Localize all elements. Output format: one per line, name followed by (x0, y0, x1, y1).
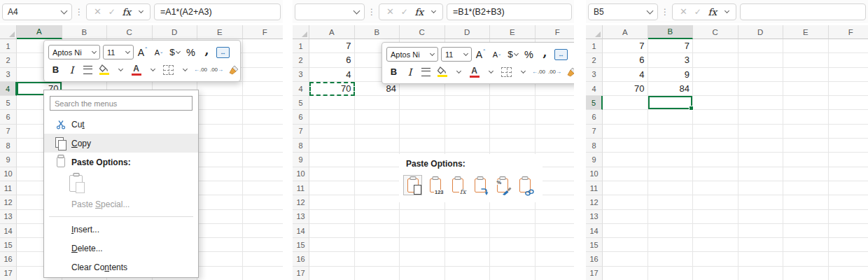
enter-icon[interactable]: ✓ (694, 8, 701, 16)
grid-cell-d13[interactable] (738, 210, 784, 224)
grid-cell-d2[interactable] (738, 53, 784, 67)
grid-cell-a8[interactable] (309, 139, 355, 153)
grid-cell-d11[interactable] (738, 181, 784, 195)
grid-cell-c14[interactable] (400, 224, 445, 238)
chevron-down-icon[interactable] (354, 7, 360, 14)
grid-cell-f17[interactable] (829, 267, 868, 280)
grid-cell-e7[interactable] (197, 125, 243, 139)
grid-cell-f14[interactable] (536, 224, 575, 238)
column-header-c[interactable]: C (693, 25, 738, 39)
borders-button[interactable] (499, 64, 514, 80)
grid-cell-e16[interactable] (197, 252, 243, 266)
row-header-14[interactable]: 14 (586, 224, 603, 238)
row-header-9[interactable]: 9 (586, 153, 603, 167)
column-header-d[interactable]: D (445, 25, 491, 39)
grid-cell-a6[interactable] (309, 110, 355, 124)
grid-cell-d5[interactable] (445, 96, 491, 110)
grid-cell-a13[interactable] (603, 210, 648, 224)
decrease-decimal-button[interactable]: .00→ (547, 64, 562, 80)
row-header-2[interactable]: 2 (293, 53, 309, 67)
grid-cell-f2[interactable] (829, 53, 868, 67)
row-header-1[interactable]: 1 (0, 39, 17, 53)
grid-cell-b6[interactable] (648, 110, 694, 124)
grid-cell-a1[interactable]: 7 (603, 39, 648, 53)
grid-cell-b14[interactable] (355, 224, 400, 238)
grid-cell-e8[interactable] (197, 139, 243, 153)
format-painter-button[interactable] (564, 64, 574, 80)
grid-cell-d1[interactable] (738, 39, 784, 53)
grid-cell-d4[interactable] (738, 82, 784, 96)
grid-cell-b5[interactable] (648, 96, 694, 110)
italic-button[interactable]: I (402, 64, 417, 80)
row-header-13[interactable]: 13 (586, 210, 603, 224)
formula-input[interactable]: =A1*(A2+A3) (154, 4, 281, 20)
grid-cell-b9[interactable] (648, 153, 694, 167)
column-header-e[interactable]: E (197, 25, 243, 39)
grid-cell-c5[interactable] (400, 96, 445, 110)
row-header-16[interactable]: 16 (586, 252, 603, 266)
grid-cell-c4[interactable] (693, 82, 738, 96)
grid-cell-b17[interactable] (355, 267, 400, 280)
row-header-3[interactable]: 3 (0, 68, 17, 82)
grid-cell-f15[interactable] (536, 238, 575, 252)
grid-cell-d5[interactable] (738, 96, 784, 110)
name-box[interactable]: B5 (588, 4, 658, 20)
grid-cell-e8[interactable] (490, 139, 536, 153)
column-header-a[interactable]: A (603, 25, 648, 39)
grid-cell-c11[interactable] (693, 181, 738, 195)
grid-cell-c8[interactable] (400, 139, 445, 153)
grid-cell-e11[interactable] (783, 181, 829, 195)
grid-cell-b3[interactable]: 9 (648, 68, 694, 82)
grid-cell-b2[interactable]: 3 (648, 53, 694, 67)
font-color-dropdown[interactable] (483, 64, 498, 80)
grid-cell-e15[interactable] (197, 238, 243, 252)
grid-cell-f5[interactable] (829, 96, 868, 110)
grid-cell-a7[interactable] (603, 125, 648, 139)
grid-cell-d16[interactable] (445, 252, 491, 266)
row-header-4[interactable]: 4 (293, 82, 309, 96)
column-header-f[interactable]: F (536, 25, 575, 39)
row-header-12[interactable]: 12 (0, 195, 17, 209)
column-header-b[interactable]: B (355, 25, 400, 39)
comma-style-button[interactable]: , (538, 47, 552, 62)
grid-cell-b16[interactable] (648, 252, 694, 266)
row-header-11[interactable]: 11 (293, 181, 309, 195)
row-header-1[interactable]: 1 (586, 39, 603, 53)
paste-option-formulas[interactable]: fx (448, 175, 467, 195)
row-header-7[interactable]: 7 (293, 125, 309, 139)
grid-cell-f10[interactable] (243, 167, 284, 181)
grid-cell-f6[interactable] (536, 110, 575, 124)
decrease-font-size-button[interactable]: A ˇ (151, 45, 166, 60)
row-header-13[interactable]: 13 (293, 210, 309, 224)
grid-cell-f13[interactable] (243, 210, 284, 224)
grid-cell-a11[interactable] (603, 181, 648, 195)
grid-cell-d17[interactable] (445, 267, 491, 280)
grid-cell-b1[interactable]: 7 (648, 39, 694, 53)
grid-cell-e11[interactable] (197, 181, 243, 195)
row-header-17[interactable]: 17 (0, 267, 17, 280)
row-header-3[interactable]: 3 (586, 68, 603, 82)
menu-item-delete[interactable]: Delete... (44, 239, 198, 258)
column-header-a[interactable]: A (17, 25, 62, 39)
grid-cell-f5[interactable] (243, 96, 284, 110)
grid-cell-b12[interactable] (648, 195, 694, 209)
grid-cell-a15[interactable] (309, 238, 355, 252)
grid-cell-d6[interactable] (445, 110, 491, 124)
grid-cell-f12[interactable] (829, 195, 868, 209)
grid-cell-b14[interactable] (648, 224, 694, 238)
grid-cell-d7[interactable] (738, 125, 784, 139)
grid-cell-e13[interactable] (490, 210, 536, 224)
fill-color-dropdown[interactable] (113, 62, 127, 78)
grid-cell-f8[interactable] (243, 139, 284, 153)
row-header-15[interactable]: 15 (0, 238, 17, 252)
grid-cell-e14[interactable] (490, 224, 536, 238)
grid-cell-f16[interactable] (536, 252, 575, 266)
row-header-10[interactable]: 10 (293, 167, 309, 181)
grid-cell-a4[interactable]: 70 (309, 82, 355, 96)
row-header-8[interactable]: 8 (0, 139, 17, 153)
grid-cell-f3[interactable] (829, 68, 868, 82)
paste-option-formatting[interactable]: % (493, 175, 512, 195)
paste-option-transpose[interactable] (470, 175, 489, 195)
grid-cell-e15[interactable] (783, 238, 829, 252)
grid-cell-f14[interactable] (243, 224, 284, 238)
